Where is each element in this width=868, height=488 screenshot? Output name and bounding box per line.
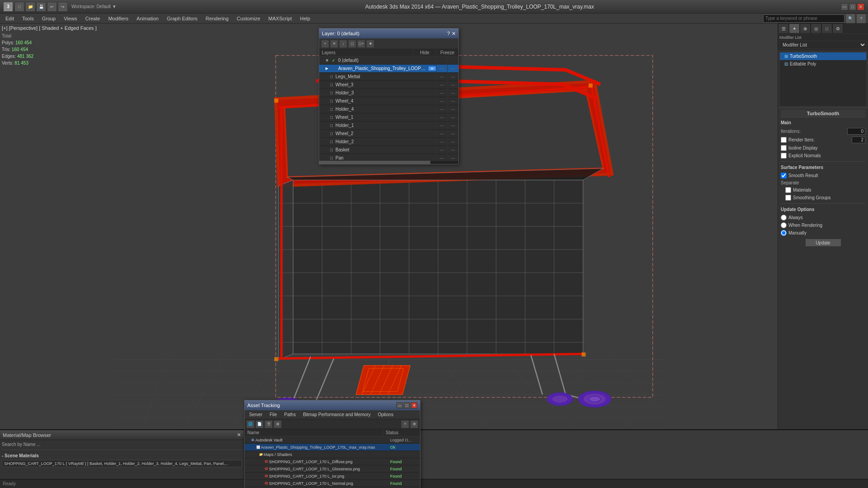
layer-add-sel-btn[interactable]: ◻+: [357, 40, 365, 48]
help-icon[interactable]: ?: [856, 14, 866, 23]
asset-tool-2[interactable]: 📄: [255, 420, 264, 428]
when-rendering-radio[interactable]: [781, 222, 787, 228]
layer-hide-wheel4[interactable]: —: [436, 97, 447, 105]
menu-modifiers[interactable]: Modifiers: [104, 15, 132, 22]
layer-hide-default[interactable]: [436, 56, 447, 65]
layer-row-default[interactable]: ⊕ ✓ 0 (default): [319, 56, 458, 65]
layer-row-holder4[interactable]: ◻ Holder_4 — —: [319, 105, 458, 113]
layer-freeze-holder1[interactable]: —: [447, 122, 458, 130]
asset-menu-options[interactable]: Options: [375, 412, 396, 418]
asset-menu-server[interactable]: Server: [246, 412, 265, 418]
layer-hide-wheel1[interactable]: —: [436, 113, 447, 122]
manually-radio[interactable]: [781, 230, 787, 236]
menu-group[interactable]: Group: [38, 15, 60, 22]
search-button[interactable]: 🔍: [845, 14, 855, 23]
layer-row-legs[interactable]: ◻ Legs_Mettal — —: [319, 73, 458, 81]
asset-row-maxfile[interactable]: ⬜ Araven_Plastic_Shopping_Trolley_LOOP_1…: [245, 444, 420, 451]
viewport-container[interactable]: [+] [Perspective] [ Shaded + Edged Faces…: [0, 23, 778, 429]
rp-nav-hierarchy[interactable]: ⊕: [800, 23, 811, 33]
layer-col-freeze[interactable]: Freeze: [436, 49, 458, 56]
asset-row-ior[interactable]: 🖼 SHOPPING_CART_LOOP_170 L_ior.png Found: [245, 473, 420, 480]
layer-freeze-wheel3[interactable]: —: [447, 81, 458, 89]
search-by-name-btn[interactable]: Search by Name ...: [2, 441, 242, 448]
asset-row-normal[interactable]: 🖼 SHOPPING_CART_LOOP_170 L_Normal.png Fo…: [245, 480, 420, 487]
layer-select-btn[interactable]: ◻: [348, 40, 356, 48]
layer-row-araven[interactable]: ▶ Araven_Plastic_Shopping_Trolley_LOOP_1…: [319, 65, 458, 73]
explicit-normals-check[interactable]: [781, 153, 787, 159]
layer-row-basket[interactable]: ◻ Basket — —: [319, 146, 458, 154]
layer-new-btn[interactable]: +: [321, 40, 329, 48]
layer-close-button[interactable]: ✕: [452, 31, 456, 37]
minimize-button[interactable]: —: [841, 3, 848, 10]
smooth-result-check[interactable]: [781, 173, 787, 178]
layer-hide-legs[interactable]: —: [436, 73, 447, 81]
mat-browser-close[interactable]: ✕: [237, 432, 241, 438]
render-iters-check[interactable]: [781, 137, 787, 143]
asset-tool-3[interactable]: ☰: [264, 420, 273, 428]
menu-help[interactable]: Help: [297, 15, 314, 22]
smoothing-groups-check[interactable]: [785, 195, 791, 201]
asset-tool-1[interactable]: 🌐: [246, 420, 255, 428]
layer-freeze-araven[interactable]: —: [447, 65, 458, 73]
layer-hide-basket[interactable]: —: [436, 146, 447, 154]
layer-highlight-btn[interactable]: ★: [366, 40, 374, 48]
rp-nav-display[interactable]: ☰: [778, 23, 789, 33]
layer-hide-pan[interactable]: —: [436, 154, 447, 161]
layer-col-hide[interactable]: Hide: [413, 49, 436, 56]
layer-row-pan[interactable]: ◻ Pan — —: [319, 154, 458, 160]
layer-freeze-holder4[interactable]: —: [447, 105, 458, 113]
undo-btn[interactable]: ↩: [47, 2, 57, 12]
layer-scroll-thumb[interactable]: [319, 161, 430, 164]
menu-animation[interactable]: Animation: [133, 15, 162, 22]
layer-row-wheel1[interactable]: ◻ Wheel_1 — —: [319, 113, 458, 122]
redo-btn[interactable]: ↪: [58, 2, 68, 12]
layer-row-holder3[interactable]: ◻ Holder_3 — —: [319, 89, 458, 97]
rp-nav-display2[interactable]: □: [821, 23, 832, 33]
asset-menu-paths[interactable]: Paths: [282, 412, 299, 418]
menu-customize[interactable]: Customize: [233, 15, 264, 22]
menu-maxscript[interactable]: MAXScript: [265, 15, 296, 22]
layer-freeze-default[interactable]: [447, 56, 458, 65]
new-btn[interactable]: □: [14, 2, 24, 12]
layer-freeze-holder3[interactable]: —: [447, 89, 458, 97]
open-btn[interactable]: 📁: [25, 2, 35, 12]
save-btn[interactable]: 💾: [36, 2, 46, 12]
layer-hide-holder3[interactable]: —: [436, 89, 447, 97]
asset-row-glossiness[interactable]: 🖼 SHOPPING_CART_LOOP_170 L_Glossiness.pn…: [245, 465, 420, 473]
menu-views[interactable]: Views: [60, 15, 80, 22]
modifier-item-editablepoly[interactable]: ⊟ Editable Poly: [780, 60, 866, 68]
layer-help-button[interactable]: ?: [447, 31, 450, 36]
layer-row-wheel4[interactable]: ◻ Wheel_4 — —: [319, 97, 458, 105]
layer-freeze-wheel2[interactable]: —: [447, 130, 458, 138]
asset-close-btn[interactable]: ✕: [411, 402, 417, 408]
menu-edit[interactable]: Edit: [2, 15, 18, 22]
material-entry[interactable]: SHOPPING_CART_LOOP_170 L ( VRayMtl ) [ B…: [2, 460, 242, 467]
layer-delete-btn[interactable]: ✕: [330, 40, 338, 48]
asset-help-btn[interactable]: ?: [401, 420, 409, 428]
asset-settings-btn[interactable]: ⚙: [410, 420, 418, 428]
asset-tool-4[interactable]: ⊞: [274, 420, 282, 428]
menu-graph-editors[interactable]: Graph Editors: [163, 15, 201, 22]
always-radio[interactable]: [781, 215, 787, 221]
layer-row-wheel3[interactable]: ◻ Wheel_3 — —: [319, 81, 458, 89]
asset-min-btn[interactable]: —: [396, 402, 403, 408]
menu-tools[interactable]: Tools: [19, 15, 38, 22]
layer-row-wheel2[interactable]: ◻ Wheel_2 — —: [319, 130, 458, 138]
layer-list[interactable]: ⊕ ✓ 0 (default) ▶ Araven_Plastic_Shoppin…: [319, 56, 458, 160]
layer-hide-wheel3[interactable]: —: [436, 81, 447, 89]
layer-freeze-wheel1[interactable]: —: [447, 113, 458, 122]
iterations-input[interactable]: [847, 128, 865, 135]
layer-move-to-btn[interactable]: ↓: [339, 40, 347, 48]
layer-scrollbar[interactable]: [319, 160, 458, 164]
isoline-check[interactable]: [781, 145, 787, 151]
search-input[interactable]: [763, 14, 844, 23]
layer-hide-holder4[interactable]: —: [436, 105, 447, 113]
layer-freeze-holder2[interactable]: —: [447, 138, 458, 146]
rp-nav-motion[interactable]: ◎: [811, 23, 821, 33]
layer-row-holder1[interactable]: ◻ Holder_1 — —: [319, 122, 458, 130]
menu-create[interactable]: Create: [81, 15, 104, 22]
close-button[interactable]: ✕: [857, 3, 864, 10]
layer-freeze-pan[interactable]: —: [447, 154, 458, 161]
layer-hide-holder1[interactable]: —: [436, 122, 447, 130]
asset-row-diffuse[interactable]: 🖼 SHOPPING_CART_LOOP_170 L_Diffuse.png F…: [245, 458, 420, 465]
